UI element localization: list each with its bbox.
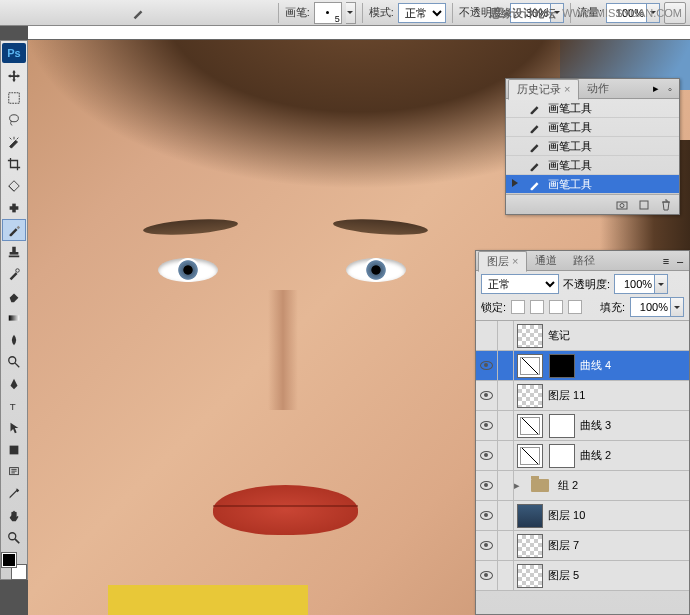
layer-thumb[interactable] [517, 564, 543, 588]
close-icon[interactable]: × [564, 83, 570, 95]
lock-pixels-icon[interactable] [530, 300, 544, 314]
close-icon[interactable]: × [512, 255, 518, 267]
layer-opacity-input[interactable] [614, 274, 654, 294]
history-brush-tool[interactable] [2, 263, 26, 285]
visibility-toggle[interactable] [476, 381, 498, 410]
history-row[interactable]: 画笔工具 [506, 118, 679, 137]
history-row[interactable]: 画笔工具 [506, 99, 679, 118]
visibility-toggle[interactable] [476, 441, 498, 470]
blend-mode-select[interactable]: 正常 [398, 3, 446, 23]
link-col[interactable] [498, 471, 514, 500]
zoom-tool[interactable] [2, 527, 26, 549]
layer-row[interactable]: 图层 7 [476, 531, 689, 561]
heal-tool[interactable] [2, 197, 26, 219]
fill-input[interactable] [630, 297, 670, 317]
layer-thumb[interactable] [517, 414, 543, 438]
layer-name[interactable]: 图层 10 [546, 508, 689, 523]
visibility-toggle[interactable] [476, 351, 498, 380]
marquee-tool[interactable] [2, 87, 26, 109]
lock-position-icon[interactable] [549, 300, 563, 314]
layer-name[interactable]: 曲线 2 [578, 448, 689, 463]
link-col[interactable] [498, 531, 514, 560]
stamp-tool[interactable] [2, 241, 26, 263]
new-doc-icon[interactable] [637, 198, 651, 212]
tool-preset-picker[interactable] [126, 2, 150, 24]
layer-thumb[interactable] [517, 354, 543, 378]
new-snapshot-icon[interactable] [615, 198, 629, 212]
crop-tool[interactable] [2, 153, 26, 175]
visibility-toggle[interactable] [476, 321, 498, 350]
layer-row[interactable]: 曲线 3 [476, 411, 689, 441]
layer-row[interactable]: 图层 10 [476, 501, 689, 531]
history-row[interactable]: 画笔工具 [506, 156, 679, 175]
history-row[interactable]: 画笔工具 [506, 175, 679, 194]
layer-name[interactable]: 组 2 [556, 478, 689, 493]
color-swatches[interactable] [2, 553, 26, 579]
tab-history[interactable]: 历史记录× [508, 79, 579, 100]
layer-opacity-arrow[interactable] [654, 274, 668, 294]
layer-thumb[interactable] [517, 384, 543, 408]
panel-close-icon[interactable]: ◦ [663, 83, 677, 95]
visibility-toggle[interactable] [476, 411, 498, 440]
brush-picker-arrow[interactable] [346, 2, 356, 24]
link-col[interactable] [498, 441, 514, 470]
link-col[interactable] [498, 381, 514, 410]
layer-name[interactable]: 曲线 3 [578, 418, 689, 433]
link-col[interactable] [498, 501, 514, 530]
link-col[interactable] [498, 321, 514, 350]
brush-tool[interactable] [2, 219, 26, 241]
lasso-tool[interactable] [2, 109, 26, 131]
tab-channels[interactable]: 通道 [527, 251, 565, 270]
layer-row[interactable]: 曲线 4 [476, 351, 689, 381]
layer-thumb[interactable] [517, 504, 543, 528]
layer-name[interactable]: 图层 5 [546, 568, 689, 583]
layer-row[interactable]: 图层 5 [476, 561, 689, 591]
layer-thumb[interactable] [517, 444, 543, 468]
layer-thumb[interactable] [517, 534, 543, 558]
hand-tool[interactable] [2, 505, 26, 527]
tab-layers[interactable]: 图层× [478, 251, 527, 272]
panel-menu-icon[interactable]: ≡ [659, 255, 673, 267]
lock-all-icon[interactable] [568, 300, 582, 314]
eraser-tool[interactable] [2, 285, 26, 307]
layer-row[interactable]: ▸组 2 [476, 471, 689, 501]
foreground-swatch[interactable] [2, 553, 16, 567]
lock-transparency-icon[interactable] [511, 300, 525, 314]
slice-tool[interactable] [2, 175, 26, 197]
dodge-tool[interactable] [2, 351, 26, 373]
wand-tool[interactable] [2, 131, 26, 153]
visibility-toggle[interactable] [476, 501, 498, 530]
layer-thumb[interactable] [517, 324, 543, 348]
background-swatch[interactable] [12, 565, 26, 579]
shape-tool[interactable] [2, 439, 26, 461]
history-row[interactable]: 画笔工具 [506, 137, 679, 156]
notes-tool[interactable] [2, 461, 26, 483]
panel-minimize-icon[interactable]: – [673, 255, 687, 267]
layer-mask-thumb[interactable] [549, 354, 575, 378]
gradient-tool[interactable] [2, 307, 26, 329]
link-col[interactable] [498, 351, 514, 380]
visibility-toggle[interactable] [476, 531, 498, 560]
tab-actions[interactable]: 动作 [579, 79, 617, 98]
layer-blend-select[interactable]: 正常 [481, 274, 559, 294]
layer-name[interactable]: 图层 11 [546, 388, 689, 403]
pen-tool[interactable] [2, 373, 26, 395]
move-tool[interactable] [2, 65, 26, 87]
type-tool[interactable]: T [2, 395, 26, 417]
layer-mask-thumb[interactable] [549, 444, 575, 468]
layer-name[interactable]: 曲线 4 [578, 358, 689, 373]
fill-arrow[interactable] [670, 297, 684, 317]
blur-tool[interactable] [2, 329, 26, 351]
visibility-toggle[interactable] [476, 561, 498, 590]
link-col[interactable] [498, 561, 514, 590]
panel-menu-icon[interactable]: ▸ [649, 82, 663, 95]
layer-row[interactable]: 图层 11 [476, 381, 689, 411]
link-col[interactable] [498, 411, 514, 440]
layer-name[interactable]: 图层 7 [546, 538, 689, 553]
eyedropper-tool[interactable] [2, 483, 26, 505]
path-select-tool[interactable] [2, 417, 26, 439]
trash-icon[interactable] [659, 198, 673, 212]
visibility-toggle[interactable] [476, 471, 498, 500]
layer-row[interactable]: 笔记 [476, 321, 689, 351]
layer-name[interactable]: 笔记 [546, 328, 689, 343]
